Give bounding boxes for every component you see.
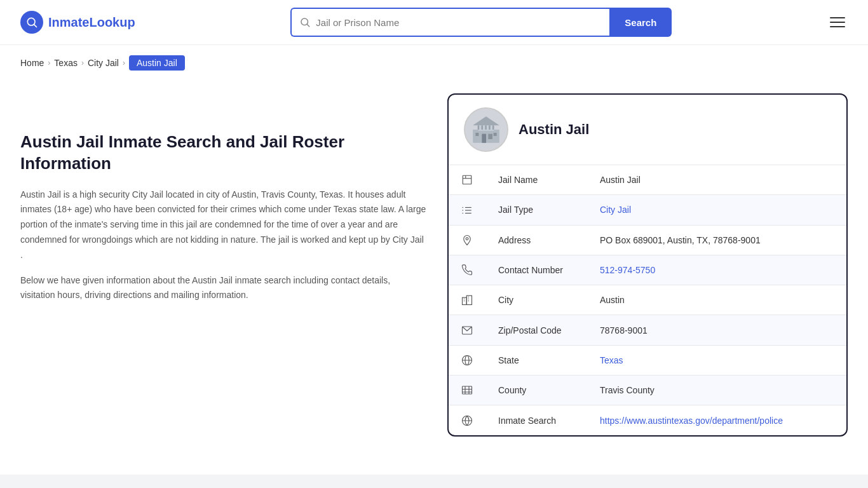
phone-icon bbox=[461, 264, 473, 276]
value-inmate-search: https://www.austintexas.gov/department/p… bbox=[587, 405, 846, 435]
location-icon bbox=[461, 234, 473, 246]
label-contact: Contact Number bbox=[485, 255, 587, 285]
value-city: Austin bbox=[587, 285, 846, 315]
label-jail-name: Jail Name bbox=[485, 165, 587, 195]
mail-icon bbox=[461, 325, 473, 336]
icon-cell bbox=[449, 345, 485, 375]
jail-card-header: Austin Jail bbox=[449, 95, 846, 165]
globe-icon bbox=[461, 355, 473, 366]
left-panel: Austin Jail Inmate Search and Jail Roste… bbox=[20, 93, 427, 437]
search-icon bbox=[299, 17, 311, 28]
info-table: Jail Name Austin Jail bbox=[449, 165, 846, 435]
svg-rect-10 bbox=[494, 133, 497, 136]
breadcrumb-current: Austin Jail bbox=[129, 55, 185, 71]
label-inmate-search: Inmate Search bbox=[485, 405, 587, 435]
jail-building-icon bbox=[470, 114, 502, 146]
value-jail-type: City Jail bbox=[587, 195, 846, 225]
right-panel: Austin Jail Jail Name bbox=[447, 93, 848, 437]
icon-cell bbox=[449, 285, 485, 315]
svg-rect-16 bbox=[463, 176, 471, 185]
table-row: Contact Number 512-974-5750 bbox=[449, 255, 846, 285]
search-input-wrap bbox=[290, 8, 609, 37]
table-row: Inmate Search https://www.austintexas.go… bbox=[449, 405, 846, 435]
table-row: County Travis County bbox=[449, 376, 846, 405]
svg-rect-14 bbox=[489, 125, 491, 130]
header: InmateLookup Search bbox=[0, 0, 868, 45]
svg-rect-7 bbox=[482, 134, 486, 143]
icon-cell bbox=[449, 315, 485, 345]
city-icon bbox=[461, 294, 473, 306]
label-zip: Zip/Postal Code bbox=[485, 315, 587, 345]
label-state: State bbox=[485, 345, 587, 375]
jail-card-title: Austin Jail bbox=[519, 121, 589, 138]
jail-avatar bbox=[464, 107, 508, 152]
svg-line-3 bbox=[307, 24, 309, 27]
jail-card: Austin Jail Jail Name bbox=[447, 93, 848, 437]
svg-rect-8 bbox=[488, 134, 492, 139]
logo[interactable]: InmateLookup bbox=[20, 11, 135, 34]
svg-rect-37 bbox=[463, 386, 472, 394]
label-address: Address bbox=[485, 225, 587, 255]
svg-marker-6 bbox=[473, 116, 499, 125]
value-jail-name: Austin Jail bbox=[587, 165, 846, 195]
table-row: State Texas bbox=[449, 345, 846, 375]
icon-cell bbox=[449, 376, 485, 405]
value-zip: 78768-9001 bbox=[587, 315, 846, 345]
icon-cell bbox=[449, 195, 485, 225]
table-row: Zip/Postal Code 78768-9001 bbox=[449, 315, 846, 345]
breadcrumb-sep: › bbox=[123, 58, 125, 67]
svg-rect-9 bbox=[475, 133, 478, 136]
search-input[interactable] bbox=[316, 17, 602, 28]
search-button[interactable]: Search bbox=[609, 8, 672, 37]
icon-cell bbox=[449, 255, 485, 285]
table-row: Jail Type City Jail bbox=[449, 195, 846, 225]
breadcrumb-type[interactable]: City Jail bbox=[88, 58, 119, 68]
menu-line bbox=[830, 22, 845, 23]
value-state: Texas bbox=[587, 345, 846, 375]
svg-rect-27 bbox=[466, 296, 471, 305]
svg-rect-13 bbox=[485, 125, 487, 130]
list-icon bbox=[461, 205, 473, 216]
svg-point-25 bbox=[466, 238, 468, 240]
value-address: PO Box 689001, Austin, TX, 78768-9001 bbox=[587, 225, 846, 255]
svg-rect-11 bbox=[478, 125, 480, 130]
search-bar: Search bbox=[290, 8, 672, 37]
menu-line bbox=[830, 17, 845, 18]
icon-cell bbox=[449, 405, 485, 435]
breadcrumb-sep: › bbox=[48, 58, 50, 67]
inmate-search-link[interactable]: https://www.austintexas.gov/department/p… bbox=[600, 416, 783, 426]
footer bbox=[0, 475, 868, 488]
description-paragraph-2: Below we have given information about th… bbox=[20, 273, 427, 304]
phone-link[interactable]: 512-974-5750 bbox=[600, 265, 655, 275]
county-icon bbox=[461, 384, 473, 396]
page-title: Austin Jail Inmate Search and Jail Roste… bbox=[20, 132, 427, 175]
label-jail-type: Jail Type bbox=[485, 195, 587, 225]
menu-button[interactable] bbox=[827, 15, 848, 30]
logo-icon bbox=[20, 11, 43, 34]
icon-cell bbox=[449, 225, 485, 255]
web-icon bbox=[461, 415, 473, 426]
svg-rect-12 bbox=[482, 125, 484, 130]
value-county: Travis County bbox=[587, 376, 846, 405]
breadcrumb: Home › Texas › City Jail › Austin Jail bbox=[0, 45, 868, 81]
logo-text: InmateLookup bbox=[48, 15, 135, 30]
menu-line bbox=[830, 26, 845, 27]
value-contact: 512-974-5750 bbox=[587, 255, 846, 285]
svg-line-1 bbox=[34, 24, 36, 27]
label-county: County bbox=[485, 376, 587, 405]
table-row: City Austin bbox=[449, 285, 846, 315]
building-icon bbox=[461, 174, 473, 186]
label-city: City bbox=[485, 285, 587, 315]
breadcrumb-state[interactable]: Texas bbox=[54, 58, 78, 68]
breadcrumb-home[interactable]: Home bbox=[20, 58, 44, 68]
svg-rect-15 bbox=[492, 125, 494, 130]
jail-type-link[interactable]: City Jail bbox=[600, 205, 631, 215]
main-content: Austin Jail Inmate Search and Jail Roste… bbox=[0, 81, 868, 462]
table-row: Jail Name Austin Jail bbox=[449, 165, 846, 195]
icon-cell bbox=[449, 165, 485, 195]
state-link[interactable]: Texas bbox=[600, 355, 623, 365]
table-row: Address PO Box 689001, Austin, TX, 78768… bbox=[449, 225, 846, 255]
breadcrumb-sep: › bbox=[81, 58, 84, 67]
description-paragraph-1: Austin Jail is a high security City Jail… bbox=[20, 187, 427, 263]
